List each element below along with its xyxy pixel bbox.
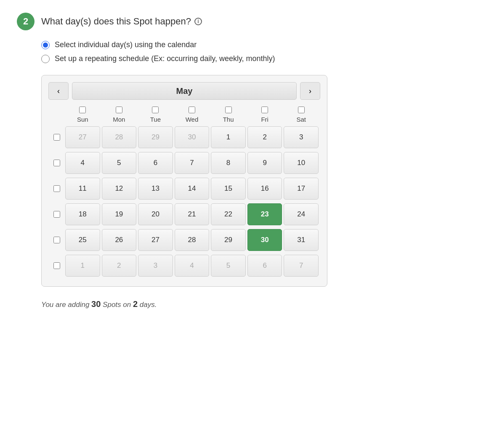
row-1-checkbox[interactable] [49,134,64,141]
calendar-row-1: 27 28 29 30 1 2 3 [48,125,320,149]
radio-individual[interactable]: Select individual day(s) using the calen… [41,40,472,49]
header-spacer [49,116,64,123]
day-cell[interactable]: 21 [175,203,210,225]
day-cell[interactable]: 6 [138,152,173,174]
day-cell[interactable]: 4 [65,152,100,174]
day-cell[interactable]: 1 [65,255,100,277]
radio-repeating[interactable]: Set up a repeating schedule (Ex: occurri… [41,54,472,63]
radio-individual-label: Select individual day(s) using the calen… [55,40,197,49]
day-cell[interactable]: 30 [175,126,210,148]
radio-repeating-input[interactable] [41,55,50,63]
row-2-checkbox[interactable] [49,160,64,166]
day-cell[interactable]: 20 [138,203,173,225]
weekday-headers: Sun Mon Tue Wed Thu Fri Sat [48,116,320,123]
day-cell[interactable]: 28 [102,126,137,148]
day-cell[interactable]: 26 [102,229,137,251]
day-cell[interactable]: 10 [284,152,319,174]
col-checkbox-fri[interactable] [261,107,268,113]
day-cell[interactable]: 28 [175,229,210,251]
day-cell[interactable]: 18 [65,203,100,225]
radio-repeating-label: Set up a repeating schedule (Ex: occurri… [55,54,275,63]
day-cell[interactable]: 3 [138,255,173,277]
section-header: 2 What day(s) does this Spot happen? i [17,13,472,30]
row-3-checkbox[interactable] [49,185,64,192]
day-cell[interactable]: 7 [175,152,210,174]
day-cell[interactable]: 5 [211,255,246,277]
day-cell[interactable]: 17 [284,178,319,200]
col-checkbox-wed[interactable] [189,107,195,113]
day-cell[interactable]: 13 [138,178,173,200]
day-cell[interactable]: 5 [102,152,137,174]
day-cell[interactable]: 11 [65,178,100,200]
col-checkbox-mon[interactable] [116,107,122,113]
weekday-fri: Fri [247,116,283,123]
step-badge: 2 [17,13,35,30]
info-icon[interactable]: i [194,18,202,25]
calendar-row-5: 25 26 27 28 29 30 31 [48,228,320,252]
day-cell-selected-23[interactable]: 23 [247,203,282,225]
calendar-row-6: 1 2 3 4 5 6 7 [48,254,320,277]
col-checkbox-sat[interactable] [298,107,305,113]
col-checkbox-sun[interactable] [79,107,86,113]
section-title: What day(s) does this Spot happen? i [41,16,202,27]
day-cell[interactable]: 15 [211,178,246,200]
radio-options-group: Select individual day(s) using the calen… [41,40,472,63]
calendar: ‹ May › Sun Mon Tue Wed Thu Fri Sat 27 2… [41,75,327,287]
next-month-button[interactable]: › [300,82,320,100]
prev-month-button[interactable]: ‹ [48,82,69,100]
month-display: May [72,82,297,100]
day-cell[interactable]: 7 [284,255,319,277]
day-cell[interactable]: 14 [175,178,210,200]
column-checkboxes-row [48,107,320,113]
day-cell[interactable]: 31 [284,229,319,251]
day-cell[interactable]: 8 [211,152,246,174]
calendar-nav: ‹ May › [48,82,320,100]
day-cell[interactable]: 27 [65,126,100,148]
day-cell[interactable]: 12 [102,178,137,200]
calendar-row-3: 11 12 13 14 15 16 17 [48,177,320,200]
day-cell[interactable]: 19 [102,203,137,225]
day-cell[interactable]: 9 [247,152,282,174]
day-cell[interactable]: 24 [284,203,319,225]
summary-days: 2 [133,299,138,309]
calendar-row-2: 4 5 6 7 8 9 10 [48,151,320,175]
weekday-thu: Thu [210,116,247,123]
day-cell[interactable]: 25 [65,229,100,251]
weekday-wed: Wed [174,116,210,123]
day-cell[interactable]: 16 [247,178,282,200]
day-cell[interactable]: 27 [138,229,173,251]
weekday-mon: Mon [101,116,138,123]
col-checkbox-tue[interactable] [152,107,159,113]
summary-text: You are adding 30 Spots on 2 days. [41,299,472,309]
row-4-checkbox[interactable] [49,211,64,218]
day-cell[interactable]: 4 [175,255,210,277]
day-cell[interactable]: 6 [247,255,282,277]
weekday-tue: Tue [137,116,174,123]
day-cell[interactable]: 22 [211,203,246,225]
weekday-sat: Sat [283,116,319,123]
calendar-row-4: 18 19 20 21 22 23 24 [48,203,320,226]
day-cell[interactable]: 2 [102,255,137,277]
radio-individual-input[interactable] [41,41,50,49]
col-checkbox-thu[interactable] [225,107,232,113]
day-cell[interactable]: 2 [247,126,282,148]
day-cell[interactable]: 3 [284,126,319,148]
day-cell-selected-30[interactable]: 30 [247,229,282,251]
summary-spots: 30 [91,299,101,309]
day-cell[interactable]: 29 [211,229,246,251]
day-cell[interactable]: 1 [211,126,246,148]
weekday-sun: Sun [64,116,101,123]
row-5-checkbox[interactable] [49,237,64,243]
day-cell[interactable]: 29 [138,126,173,148]
row-6-checkbox[interactable] [49,262,64,269]
